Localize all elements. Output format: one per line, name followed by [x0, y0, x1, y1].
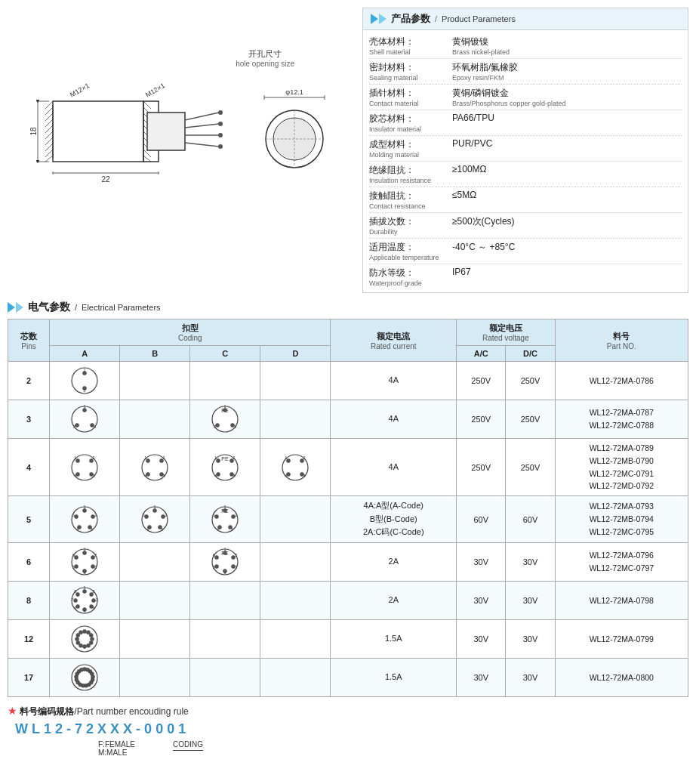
encoding-labels: F:FEMALE M:MALE CODING	[15, 740, 688, 757]
cell-ac: 30V	[457, 542, 506, 581]
svg-point-193	[79, 644, 83, 647]
cell-partno: WL12-72MA-0789WL12-72MB-0790WL12-72MC-07…	[555, 439, 688, 496]
svg-text:4: 4	[76, 526, 79, 531]
cell-coding-c	[190, 362, 260, 400]
cell-dc: 250V	[506, 362, 555, 400]
cell-pins: 5	[8, 496, 50, 543]
svg-text:1: 1	[224, 504, 226, 508]
code-letter-7: X	[97, 721, 108, 737]
label-coding: CODING	[173, 740, 203, 757]
svg-line-21	[143, 156, 151, 162]
svg-text:5: 5	[143, 512, 145, 517]
cell-partno: WL12-72MA-0786	[555, 362, 688, 400]
table-row: 2 12 4A 250V 250V WL12-72MA-0786	[8, 362, 688, 400]
svg-text:5: 5	[72, 565, 75, 569]
table-row: 6 123456 PE123456 2A 30V 30V WL12-72MA-0…	[8, 542, 688, 581]
cell-pins: 3	[8, 400, 50, 439]
svg-text:1: 1	[74, 455, 76, 459]
svg-text:1: 1	[285, 455, 288, 459]
svg-point-139	[215, 514, 219, 518]
svg-point-189	[91, 637, 94, 640]
svg-text:6: 6	[74, 606, 76, 610]
col-pins: 芯数 Pins	[8, 319, 50, 362]
svg-point-192	[83, 644, 87, 648]
cell-coding-c	[190, 658, 260, 696]
cell-ac: 60V	[457, 496, 506, 543]
code-letter-14: 1	[178, 721, 187, 737]
param-row: 插针材料： Contact material 黄铜/磷铜镀金 Brass/Pho…	[369, 85, 682, 110]
svg-line-3	[45, 107, 53, 115]
param-row: 绝缘阻抗： Insulation resistance ≥100MΩ	[369, 162, 682, 187]
cell-current: 1.5A	[331, 658, 457, 696]
svg-text:1: 1	[84, 504, 86, 508]
svg-text:5: 5	[213, 565, 215, 569]
cell-coding-b	[120, 581, 190, 619]
top-section: 开孔尺寸 hole opening size	[8, 8, 688, 293]
code-letter-12: 0	[156, 721, 165, 737]
code-letter-6: 2	[86, 721, 95, 737]
svg-text:1: 1	[224, 547, 226, 551]
svg-text:4: 4	[217, 526, 219, 531]
svg-text:2: 2	[233, 455, 236, 459]
svg-text:M12×1: M12×1	[69, 82, 91, 99]
svg-point-191	[87, 644, 91, 647]
svg-text:2: 2	[93, 589, 95, 594]
svg-text:PE: PE	[222, 456, 229, 461]
elec-title-en: Electrical Parameters	[82, 303, 161, 312]
cell-partno: WL12-72MA-0796WL12-72MC-0797	[555, 542, 688, 581]
col-c: C	[190, 346, 260, 362]
col-voltage-group: 额定电压 Rated voltage	[457, 319, 556, 346]
encoding-title-zh: 料号编码规格	[20, 706, 74, 717]
svg-text:3: 3	[93, 474, 95, 478]
svg-point-58	[75, 424, 79, 427]
svg-text:1: 1	[84, 404, 86, 409]
elec-chevron-2	[16, 302, 23, 313]
col-current: 额定电流 Rated current	[331, 319, 457, 362]
param-row: 接触阻抗： Contact resistance ≤5MΩ	[369, 187, 682, 213]
cell-dc: 30V	[506, 581, 555, 619]
cell-dc: 250V	[506, 439, 555, 496]
cell-coding-d	[260, 658, 331, 696]
cell-coding-b	[120, 542, 190, 581]
cell-coding-c: PE123	[190, 400, 260, 439]
cell-coding-d	[260, 362, 331, 400]
svg-line-12	[143, 101, 151, 109]
chevron-icon-2	[379, 14, 386, 24]
svg-point-127	[145, 514, 149, 518]
svg-line-8	[45, 137, 53, 145]
diagram-area: 开孔尺寸 hole opening size	[8, 8, 355, 293]
cell-dc: 30V	[506, 542, 555, 581]
svg-point-56	[83, 409, 87, 412]
svg-line-4	[45, 113, 53, 121]
svg-text:22: 22	[101, 175, 110, 184]
code-letter-11: 0	[144, 721, 153, 737]
chevron-icon-1	[371, 14, 378, 24]
code-letters: WL12-72XXX-0001	[15, 721, 188, 737]
svg-point-215	[80, 668, 84, 671]
svg-line-9	[45, 144, 53, 151]
cell-coding-c: PE1234	[190, 439, 260, 496]
svg-text:2: 2	[303, 455, 306, 459]
svg-point-64	[223, 409, 227, 412]
svg-point-196	[76, 633, 80, 637]
label-fm: F:FEMALE M:MALE	[98, 740, 135, 757]
param-row: 壳体材料： Shell material 黄铜镀镍 Brass nickel-p…	[369, 33, 682, 59]
cell-current: 4A	[331, 439, 457, 496]
svg-text:3: 3	[231, 526, 233, 531]
svg-text:2: 2	[93, 455, 95, 459]
table-row: 12 1.5A 30V 30V WL12-72MA-0799	[8, 619, 688, 658]
svg-rect-23	[147, 113, 185, 150]
param-row: 插拔次数： Durability ≥500次(Cycles)	[369, 213, 682, 239]
cell-coding-b: 12345	[120, 496, 190, 543]
col-partno: 料号 Part NO.	[555, 319, 688, 362]
svg-text:1: 1	[215, 455, 217, 459]
svg-point-66	[216, 424, 220, 427]
svg-text:5: 5	[72, 512, 75, 517]
svg-text:4: 4	[93, 606, 95, 610]
table-row: 4 1234 1234 PE1234 1234 4A 250V 250V WL1…	[8, 439, 688, 496]
cell-pins: 6	[8, 542, 50, 581]
param-row: 胶芯材料： Insulator material PA66/TPU	[369, 110, 682, 136]
svg-text:M12×1: M12×1	[144, 82, 166, 99]
svg-text:5: 5	[84, 610, 86, 614]
col-ac: A/C	[457, 346, 506, 362]
